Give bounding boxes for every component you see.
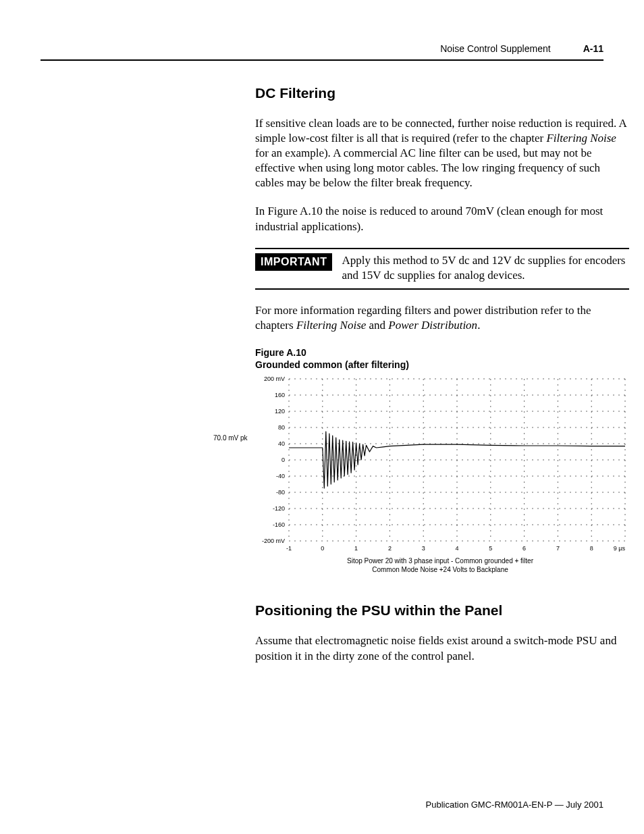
svg-text:0: 0 bbox=[321, 545, 324, 552]
header-rule bbox=[41, 59, 603, 61]
svg-text:40: 40 bbox=[278, 440, 285, 447]
svg-text:8: 8 bbox=[590, 545, 593, 552]
svg-text:-120: -120 bbox=[273, 505, 285, 512]
oscilloscope-plot: -200 mV-160-120-80-4004080120160200 mV-1… bbox=[251, 375, 629, 556]
body-para-3: For more information regarding filters a… bbox=[255, 303, 629, 333]
figure-subcaption-line2: Common Mode Noise +24 Volts to Backplane bbox=[372, 566, 508, 573]
svg-text:-1: -1 bbox=[286, 545, 292, 552]
text: and bbox=[366, 319, 388, 332]
figure-subcaption-line1: Sitop Power 20 with 3 phase input - Comm… bbox=[347, 557, 533, 565]
text-italic: Filtering Noise bbox=[546, 132, 616, 145]
figure-side-label: 70.0 mV pk bbox=[213, 434, 248, 442]
svg-text:9 µs: 9 µs bbox=[614, 545, 626, 552]
section-heading-psu-pos: Positioning the PSU within the Panel bbox=[255, 602, 629, 619]
body-para-1: If sensitive clean loads are to be conne… bbox=[255, 116, 629, 190]
svg-text:5: 5 bbox=[489, 545, 492, 552]
svg-text:-200 mV: -200 mV bbox=[262, 538, 285, 544]
text: . bbox=[477, 319, 480, 332]
section-heading-dc-filtering: DC Filtering bbox=[255, 85, 629, 101]
svg-text:160: 160 bbox=[275, 392, 285, 398]
svg-text:7: 7 bbox=[556, 545, 560, 552]
text-italic: Filtering Noise bbox=[296, 319, 366, 332]
text-italic: Power Distribution bbox=[388, 319, 477, 332]
svg-text:-160: -160 bbox=[273, 521, 285, 528]
figure-caption-line2: Grounded common (after filtering) bbox=[255, 359, 409, 370]
running-head-title: Noise Control Supplement bbox=[440, 43, 550, 54]
important-callout: IMPORTANT Apply this method to 5V dc and… bbox=[255, 248, 629, 290]
svg-text:6: 6 bbox=[522, 545, 526, 552]
figure-caption-line1: Figure A.10 bbox=[255, 347, 306, 358]
svg-text:3: 3 bbox=[422, 545, 425, 552]
svg-text:80: 80 bbox=[278, 424, 285, 431]
figure-subcaption: Sitop Power 20 with 3 phase input - Comm… bbox=[251, 557, 629, 574]
svg-text:2: 2 bbox=[388, 545, 392, 552]
running-head-page: A-11 bbox=[583, 43, 603, 54]
svg-text:200 mV: 200 mV bbox=[264, 375, 285, 382]
text: for an example). A commercial AC line fi… bbox=[255, 147, 600, 189]
figure-caption: Figure A.10 Grounded common (after filte… bbox=[255, 346, 629, 371]
important-badge: IMPORTANT bbox=[255, 253, 332, 271]
figure-a10: 70.0 mV pk -200 mV-160-120-80-4004080120… bbox=[251, 375, 629, 574]
svg-text:0: 0 bbox=[281, 457, 285, 463]
svg-text:4: 4 bbox=[455, 545, 458, 552]
svg-text:120: 120 bbox=[275, 408, 285, 415]
svg-text:-80: -80 bbox=[276, 489, 285, 496]
body-para-psu: Assume that electromagnetic noise fields… bbox=[255, 633, 629, 663]
publication-footer: Publication GMC-RM001A-EN-P — July 2001 bbox=[426, 800, 603, 810]
svg-text:1: 1 bbox=[354, 545, 358, 552]
svg-text:-40: -40 bbox=[276, 473, 285, 479]
important-text: Apply this method to 5V dc and 12V dc su… bbox=[342, 253, 629, 283]
body-para-2: In Figure A.10 the noise is reduced to a… bbox=[255, 204, 629, 234]
